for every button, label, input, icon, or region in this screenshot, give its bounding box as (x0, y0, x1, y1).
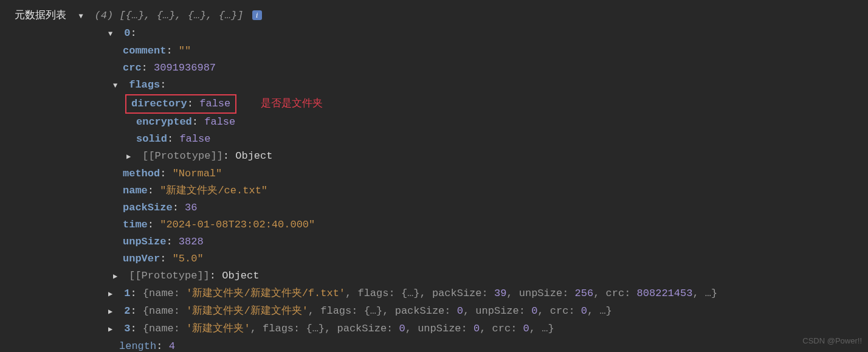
prop-key: comment (123, 45, 166, 57)
proto-value: Object (222, 270, 259, 281)
summary-value: 0 (531, 305, 537, 317)
prop-crc: crc: 3091936987 (0, 60, 868, 77)
summary-key: crc (492, 323, 511, 334)
summary-value: 0 (581, 305, 587, 317)
prop-value: false (204, 116, 235, 128)
entry-index: 2 (124, 305, 130, 317)
root-line: 元数据列表 (4) [{…}, {…}, {…}, {…}] i (0, 7, 868, 25)
summary-key: crc (606, 288, 625, 299)
summary-value: 256 (575, 288, 594, 299)
summary-value: 808221453 (637, 288, 693, 299)
summary-key: name (149, 305, 174, 317)
prop-value: "" (179, 45, 191, 57)
entry-2[interactable]: 2: {name: '新建文件夹/新建文件夹', flags: {…}, pac… (0, 303, 868, 320)
prop-key: flags (129, 79, 160, 91)
info-icon[interactable]: i (252, 10, 262, 20)
prop-key: method (123, 168, 160, 179)
summary-key: unpSize (519, 288, 562, 299)
summary-value: {…} (401, 288, 420, 299)
prop-value: "2024-01-08T23:02:40.000" (160, 219, 315, 230)
prop-flags-encrypted: encrypted: false (0, 114, 868, 131)
prop-value: "5.0" (173, 253, 204, 264)
prop-key: name (123, 185, 148, 196)
prop-key: unpSize (123, 236, 166, 247)
prop-value: 4 (169, 340, 175, 352)
chevron-right-icon[interactable] (126, 148, 135, 165)
prop-flags-directory: directory: false 是否是文件夹 (0, 94, 868, 114)
annotation-text: 是否是文件夹 (261, 97, 323, 109)
prop-comment: comment: "" (0, 43, 868, 60)
entry-0[interactable]: 0: (0, 25, 868, 43)
summary-key: flags (357, 288, 388, 299)
prop-value: false (179, 133, 210, 145)
summary-key: packSize (432, 288, 482, 299)
prop-unpver: unpVer: "5.0" (0, 250, 868, 267)
proto-value: Object (235, 150, 272, 162)
prop-value: "新建文件夹/ce.txt" (160, 185, 267, 196)
summary-value: 0 (399, 323, 405, 334)
prop-flags-solid: solid: false (0, 131, 868, 148)
prop-key: length (119, 340, 156, 352)
entry-1[interactable]: 1: {name: '新建文件夹/新建文件夹/f.txt', flags: {…… (0, 285, 868, 303)
prop-value: 3091936987 (154, 62, 216, 74)
summary-value: {…} (364, 305, 383, 317)
prop-key: encrypted (136, 116, 192, 128)
prop-value: "Normal" (173, 168, 222, 179)
summary-value: '新建文件夹/新建文件夹' (186, 305, 308, 317)
entry-index: 1 (124, 288, 130, 299)
prop-packsize: packSize: 36 (0, 199, 868, 216)
summary-key: packSize (395, 305, 445, 317)
summary-value: 39 (494, 288, 506, 299)
chevron-right-icon[interactable] (108, 303, 117, 320)
summary-value: {…} (306, 323, 325, 334)
prop-flags[interactable]: flags: (0, 77, 868, 94)
array-preview: [{…}, {…}, {…}, {…}] (119, 10, 243, 21)
prop-time: time: "2024-01-08T23:02:40.000" (0, 216, 868, 233)
summary-key: unpSize (475, 305, 518, 317)
summary-value: 0 (523, 323, 529, 334)
entry-index: 0 (124, 27, 130, 39)
array-count: (4) (95, 10, 114, 21)
prop-key: unpVer (123, 253, 160, 264)
root-label: 元数据列表 (15, 10, 66, 21)
summary-value: 0 (474, 323, 480, 334)
prop-proto[interactable]: [[Prototype]]: Object (0, 148, 868, 165)
summary-key: crc (550, 305, 569, 317)
prop-value: 3828 (179, 236, 204, 247)
summary-key: name (149, 288, 174, 299)
prop-value: 36 (185, 202, 197, 213)
chevron-down-icon[interactable] (108, 26, 117, 43)
entry-index: 3 (124, 323, 130, 334)
summary-value: 0 (457, 305, 463, 317)
summary-key: flags (320, 305, 351, 317)
summary-value: '新建文件夹' (186, 323, 250, 334)
highlight-box: directory: false (125, 94, 236, 114)
prop-key: packSize (123, 202, 173, 213)
chevron-right-icon[interactable] (113, 268, 122, 285)
prop-key: solid (136, 133, 167, 145)
prop-method: method: "Normal" (0, 165, 868, 182)
prop-name: name: "新建文件夹/ce.txt" (0, 182, 868, 199)
proto-label: [[Prototype]] (142, 150, 223, 162)
prop-unpsize: unpSize: 3828 (0, 233, 868, 250)
prop-proto-outer[interactable]: [[Prototype]]: Object (0, 267, 868, 285)
prop-key: directory (131, 98, 187, 109)
summary-key: packSize (337, 323, 387, 334)
prop-value: false (199, 98, 230, 109)
proto-label: [[Prototype]] (129, 270, 210, 281)
chevron-down-icon[interactable] (78, 8, 87, 25)
summary-value: '新建文件夹/新建文件夹/f.txt' (186, 288, 345, 299)
prop-key: crc (123, 62, 142, 74)
summary-key: flags (263, 323, 294, 334)
prop-key: time (123, 219, 148, 230)
entry-3[interactable]: 3: {name: '新建文件夹', flags: {…}, packSize:… (0, 320, 868, 338)
prop-length: length: 4 (0, 338, 868, 352)
summary-key: name (149, 323, 174, 334)
watermark: CSDN @Power!! (802, 333, 862, 350)
chevron-down-icon[interactable] (113, 77, 122, 94)
chevron-right-icon[interactable] (108, 286, 117, 303)
summary-key: unpSize (418, 323, 461, 334)
chevron-right-icon[interactable] (108, 321, 117, 338)
